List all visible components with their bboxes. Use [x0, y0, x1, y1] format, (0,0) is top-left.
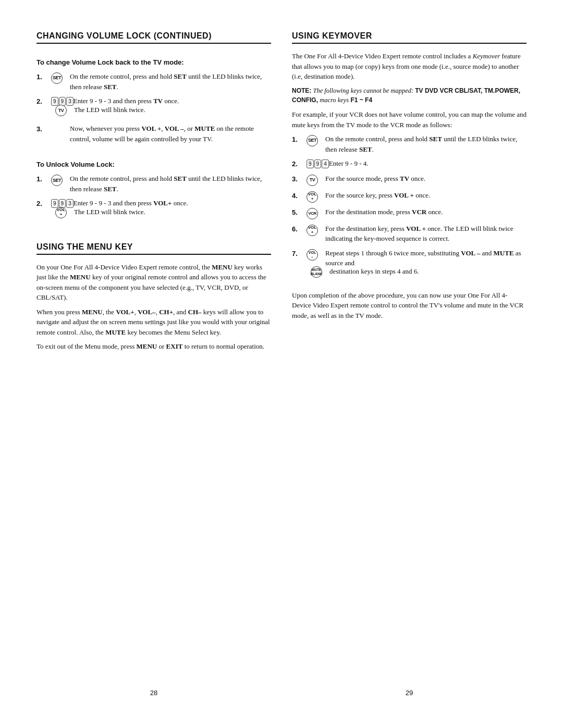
km-step-num-3: 3. [292, 174, 307, 184]
keymover-body-1: The One For All 4-Device Video Expert re… [292, 51, 527, 82]
unlock-step-2: 2. 993 Enter 9 - 9 - 3 and then press VO… [36, 198, 271, 221]
left-title: CHANGING VOLUME LOCK (Continued) [36, 31, 271, 44]
tv-btn: TV [307, 175, 318, 186]
left-page-num: 28 [36, 689, 271, 697]
keymover-body-2: For example, if your VCR does not have v… [292, 109, 527, 130]
km-mute-icon-7: VOL– [307, 248, 325, 261]
km-step-6-text: For the destination key, press VOL + onc… [325, 224, 527, 244]
km-step-3: 3. TV For the source mode, press TV once… [292, 174, 527, 186]
km-step-num-6: 6. [292, 224, 307, 235]
menu-key-title: USING THE MENU KEY [36, 242, 271, 255]
right-page-num: 29 [292, 689, 527, 697]
km-set-btn: SET [307, 135, 318, 146]
key-994: 994 [307, 159, 329, 168]
step-2-sub: TV The LED will blink twice. [36, 105, 145, 117]
subsection1-heading: To change Volume Lock back to the TV mod… [36, 58, 271, 66]
km-step-num-1: 1. [292, 134, 307, 145]
km-step-2: 2. 994 Enter 9 - 9 - 4. [292, 158, 527, 169]
km-mute-sub-icon: MUTEBLANK [311, 266, 329, 278]
step-2: 2. 993 Enter 9 - 9 - 3 and then press TV… [36, 96, 271, 119]
mute-btn-7: VOL– [307, 249, 318, 261]
set-icon-unlock: SET [51, 174, 70, 186]
km-994-icon: 994 [307, 158, 329, 168]
right-spacer [292, 325, 527, 668]
vol-icon-sub: VOL+ [55, 207, 74, 218]
step-1: 1. SET On the remote control, press and … [36, 71, 271, 92]
km-step-7: 7. VOL– Repeat steps 1 through 6 twice m… [292, 248, 527, 281]
km-step-4: 4. VOL+ For the source key, press VOL + … [292, 190, 527, 203]
unlock-step-1-text: On the remote control, press and hold SE… [70, 174, 271, 194]
km-set-icon-1: SET [307, 134, 325, 146]
unlock-step-1: 1. SET On the remote control, press and … [36, 174, 271, 194]
km-step-5-text: For the destination mode, press VCR once… [325, 207, 527, 217]
unlock-step-num-1: 1. [36, 174, 51, 184]
menu-body-3: To exit out of the Menu mode, press MENU… [36, 341, 271, 352]
km-step-6: 6. VOL+ For the destination key, press V… [292, 224, 527, 244]
step-icon-set-1: SET [51, 71, 70, 84]
step-num-1: 1. [36, 71, 51, 82]
subsection2-heading: To Unlock Volume Lock: [36, 161, 271, 168]
km-step-7-sub-text: destination keys in steps 4 and 6. [329, 266, 419, 277]
vol-btn-6: VOL+ [307, 225, 318, 236]
km-step-3-text: For the source mode, press TV once. [325, 174, 527, 184]
menu-body-2: When you press MENU, the VOL+, VOL–, CH+… [36, 307, 271, 338]
km-vol-icon-4: VOL+ [307, 190, 325, 203]
keymover-steps: 1. SET On the remote control, press and … [292, 134, 527, 285]
mute-sub-btn: MUTEBLANK [311, 266, 322, 278]
km-vol-icon-6: VOL+ [307, 224, 325, 236]
km-step-4-text: For the source key, press VOL + once. [325, 190, 527, 201]
km-step-1: 1. SET On the remote control, press and … [292, 134, 527, 154]
keymover-note: NOTE: The following keys cannot be mappe… [292, 86, 527, 106]
keymover-body-3: Upon completion of the above procedure, … [292, 290, 527, 321]
km-step-5: 5. VCR For the destination mode, press V… [292, 207, 527, 219]
left-column: CHANGING VOLUME LOCK (Continued) To chan… [36, 31, 271, 697]
step-num-3: 3. [36, 124, 51, 134]
subsection1-steps: 1. SET On the remote control, press and … [36, 71, 271, 148]
step-1-text: On the remote control, press and hold SE… [70, 71, 271, 92]
km-step-7-sub: MUTEBLANK destination keys in steps 4 an… [292, 266, 419, 278]
left-spacer [36, 356, 271, 668]
km-step-num-5: 5. [292, 207, 307, 218]
page-layout: CHANGING VOLUME LOCK (Continued) To chan… [0, 0, 563, 728]
unlock-step-2-sub-text: The LED will blink twice. [74, 207, 145, 217]
right-column: USING KEYMOVER The One For All 4-Device … [292, 31, 527, 697]
km-tv-icon: TV [307, 174, 325, 186]
km-step-num-7: 7. [292, 248, 307, 259]
km-step-1-text: On the remote control, press and hold SE… [325, 134, 527, 154]
vol-sub-icon: VOL+ [55, 207, 67, 218]
step-3-spacer [51, 124, 70, 125]
vol-btn-4: VOL+ [307, 191, 318, 203]
set-btn-unlock: SET [51, 175, 63, 186]
subsection2-steps: 1. SET On the remote control, press and … [36, 174, 271, 226]
tv-icon-sub: TV [55, 105, 74, 117]
km-step-2-text: Enter 9 - 9 - 4. [329, 158, 527, 169]
km-step-7-text: Repeat steps 1 through 6 twice more, sub… [325, 248, 527, 268]
keymover-title: USING KEYMOVER [292, 31, 527, 44]
vcr-btn: VCR [307, 208, 318, 219]
menu-body-1: On your One For All 4-Device Video Exper… [36, 262, 271, 303]
km-step-num-4: 4. [292, 190, 307, 201]
km-vcr-icon: VCR [307, 207, 325, 219]
step-3: 3. Now, whenever you press VOL +, VOL –,… [36, 124, 271, 144]
set-button-icon: SET [51, 72, 63, 84]
unlock-step-2-sub: VOL+ The LED will blink twice. [36, 207, 145, 218]
step-3-text: Now, whenever you press VOL +, VOL –, or… [70, 124, 271, 144]
step-2-sub-text: The LED will blink twice. [74, 105, 145, 115]
km-step-num-2: 2. [292, 158, 307, 169]
